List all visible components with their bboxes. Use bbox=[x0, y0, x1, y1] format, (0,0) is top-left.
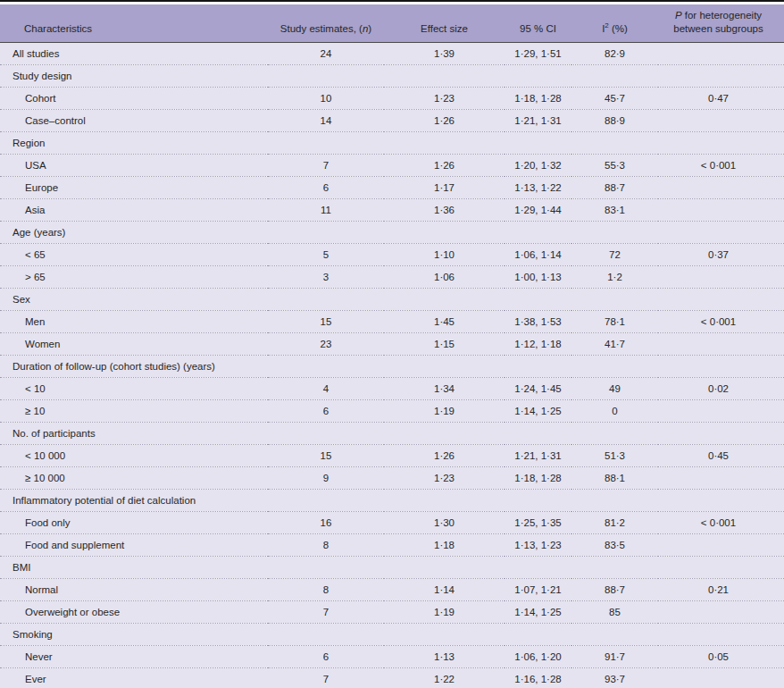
study-estimates-cell bbox=[268, 556, 384, 578]
i2-cell bbox=[571, 355, 658, 377]
table-row: Asia111·361·29, 1·4483·1 bbox=[0, 198, 784, 221]
ci-cell bbox=[505, 288, 571, 310]
i2-cell: 51·3 bbox=[571, 444, 658, 466]
study-estimates-cell bbox=[268, 64, 384, 87]
row-label: Women bbox=[0, 332, 268, 355]
i2-cell: 85 bbox=[571, 600, 658, 623]
ci-cell: 1·14, 1·25 bbox=[505, 600, 571, 623]
table-row: > 6531·061·00, 1·131·2 bbox=[0, 265, 784, 288]
p-value-cell bbox=[658, 64, 784, 87]
p-value-cell bbox=[658, 332, 784, 355]
table-row: Case–control141·261·21, 1·3188·9 bbox=[0, 109, 784, 131]
effect-size-cell bbox=[384, 556, 505, 578]
table-row: Europe61·171·13, 1·2288·7 bbox=[0, 176, 784, 198]
i2-cell bbox=[571, 556, 658, 578]
ci-cell bbox=[505, 422, 571, 444]
group-header-row: Age (years) bbox=[0, 221, 784, 243]
row-label: Ever bbox=[0, 667, 268, 688]
table-row: USA71·261·20, 1·3255·3< 0·001 bbox=[0, 154, 784, 176]
group-header-row: BMI bbox=[0, 556, 784, 578]
row-label: Cohort bbox=[0, 87, 268, 109]
effect-size-cell bbox=[384, 131, 505, 154]
study-estimates-cell: 3 bbox=[268, 265, 384, 288]
effect-size-cell: 1·26 bbox=[384, 109, 505, 131]
p-value-cell bbox=[658, 623, 784, 645]
p-line2: between subgroups bbox=[673, 23, 763, 34]
ci-cell bbox=[505, 131, 571, 154]
effect-size-cell bbox=[384, 221, 505, 243]
study-estimates-cell: 15 bbox=[268, 444, 384, 466]
effect-size-cell: 1·22 bbox=[384, 667, 505, 688]
ci-cell: 1·00, 1·13 bbox=[505, 265, 571, 288]
study-estimates-cell: 9 bbox=[268, 466, 384, 489]
column-header-study-estimates: Study estimates, (n) bbox=[268, 4, 384, 42]
p-value-cell: 0·47 bbox=[658, 87, 784, 109]
i2-cell: 55·3 bbox=[571, 154, 658, 176]
p-value-cell bbox=[658, 422, 784, 444]
subgroup-analysis-table: Characteristics Study estimates, (n) Eff… bbox=[0, 4, 784, 688]
row-label: Men bbox=[0, 310, 268, 332]
study-estimates-cell bbox=[268, 355, 384, 377]
effect-size-cell: 1·17 bbox=[384, 176, 505, 198]
p-value-cell bbox=[658, 600, 784, 623]
table-row: Ever71·221·16, 1·2893·7 bbox=[0, 667, 784, 688]
row-label: Case–control bbox=[0, 109, 268, 131]
row-label: ≥ 10 bbox=[0, 399, 268, 422]
p-line1: for heterogeneity bbox=[682, 10, 763, 21]
study-estimates-cell: 15 bbox=[268, 310, 384, 332]
row-label: Study design bbox=[0, 64, 268, 87]
i2-cell: 88·7 bbox=[571, 176, 658, 198]
table-top-rule bbox=[0, 0, 784, 2]
group-header-row: Region bbox=[0, 131, 784, 154]
row-label: No. of participants bbox=[0, 422, 268, 444]
effect-size-cell bbox=[384, 623, 505, 645]
row-label: < 10 bbox=[0, 377, 268, 399]
ci-cell: 1·24, 1·45 bbox=[505, 377, 571, 399]
effect-size-cell: 1·19 bbox=[384, 399, 505, 422]
p-value-cell bbox=[658, 265, 784, 288]
row-label: Smoking bbox=[0, 623, 268, 645]
ci-cell: 1·21, 1·31 bbox=[505, 444, 571, 466]
effect-size-cell bbox=[384, 422, 505, 444]
table-row: Never61·131·06, 1·2091·70·05 bbox=[0, 645, 784, 667]
ci-cell: 1·21, 1·31 bbox=[505, 109, 571, 131]
p-value-cell bbox=[658, 288, 784, 310]
effect-size-cell: 1·19 bbox=[384, 600, 505, 623]
study-estimates-cell bbox=[268, 422, 384, 444]
row-label: Duration of follow-up (cohort studies) (… bbox=[0, 355, 268, 377]
ci-cell: 1·18, 1·28 bbox=[505, 466, 571, 489]
p-value-cell bbox=[658, 667, 784, 688]
effect-size-cell: 1·15 bbox=[384, 332, 505, 355]
p-value-cell bbox=[658, 42, 784, 64]
ci-cell bbox=[505, 355, 571, 377]
study-estimates-cell: 16 bbox=[268, 511, 384, 533]
effect-size-cell: 1·45 bbox=[384, 310, 505, 332]
p-value-cell: 0·02 bbox=[658, 377, 784, 399]
study-estimates-cell: 4 bbox=[268, 377, 384, 399]
p-value-cell: < 0·001 bbox=[658, 511, 784, 533]
p-value-cell: 0·37 bbox=[658, 243, 784, 265]
ci-cell: 1·29, 1·51 bbox=[505, 42, 571, 64]
study-estimates-cell: 7 bbox=[268, 667, 384, 688]
table-row: Cohort101·231·18, 1·2845·70·47 bbox=[0, 87, 784, 109]
effect-size-cell: 1·18 bbox=[384, 533, 505, 556]
column-header-p-heterogeneity: P for heterogeneitybetween subgroups bbox=[658, 4, 784, 42]
effect-size-cell bbox=[384, 355, 505, 377]
column-header-effect-size: Effect size bbox=[384, 4, 505, 42]
p-value-cell bbox=[658, 533, 784, 556]
i2-cell bbox=[571, 489, 658, 511]
table-row: < 10 000151·261·21, 1·3151·30·45 bbox=[0, 444, 784, 466]
ci-cell bbox=[505, 489, 571, 511]
p-value-cell: 0·21 bbox=[658, 578, 784, 600]
p-value-cell bbox=[658, 466, 784, 489]
table-row: Food and supplement81·181·13, 1·2383·5 bbox=[0, 533, 784, 556]
study-estimates-cell: 5 bbox=[268, 243, 384, 265]
study-estimates-cell bbox=[268, 221, 384, 243]
p-value-cell bbox=[658, 399, 784, 422]
effect-size-cell: 1·06 bbox=[384, 265, 505, 288]
table-row: Overweight or obese71·191·14, 1·2585 bbox=[0, 600, 784, 623]
study-estimates-cell bbox=[268, 288, 384, 310]
group-header-row: Inflammatory potential of diet calculati… bbox=[0, 489, 784, 511]
study-estimates-cell: 11 bbox=[268, 198, 384, 221]
header-row: Characteristics Study estimates, (n) Eff… bbox=[0, 4, 784, 42]
